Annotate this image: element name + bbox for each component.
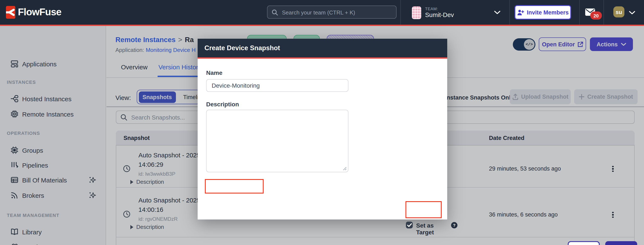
annotation-box-set-as-target [205, 179, 264, 194]
cancel-button[interactable]: Cancel [568, 241, 600, 245]
screen: FlowFuse TEAM: Sumit-Dev Invite Members … [0, 0, 644, 245]
app-header: FlowFuse TEAM: Sumit-Dev Invite Members … [0, 0, 644, 25]
user-avatar[interactable]: su [613, 6, 624, 17]
set-as-target-label[interactable]: Set as Target [416, 222, 447, 236]
header-accent-line [0, 25, 644, 26]
resize-grip-icon[interactable] [342, 166, 347, 171]
chevron-down-icon[interactable] [494, 11, 500, 14]
check-icon [407, 223, 412, 227]
flowfuse-logo-icon[interactable] [6, 6, 15, 19]
header-divider [510, 0, 510, 25]
modal-title: Create Device Snapshot [204, 44, 280, 52]
team-name[interactable]: Sumit-Dev [425, 11, 454, 18]
team-search-input[interactable] [281, 6, 394, 18]
logo-text: FlowFuse [18, 6, 61, 18]
help-icon[interactable]: ? [451, 222, 458, 229]
team-search[interactable] [267, 5, 396, 19]
header-divider [579, 0, 580, 25]
create-button[interactable]: Create [605, 241, 637, 245]
team-label: TEAM: [425, 6, 438, 11]
name-field[interactable] [206, 79, 348, 92]
description-label: Description [206, 101, 239, 108]
invite-members-button[interactable]: Invite Members [514, 5, 571, 19]
annotation-box-create-button [406, 201, 442, 218]
modal-accent-line [198, 57, 447, 58]
add-user-icon [517, 9, 524, 15]
name-label: Name [206, 69, 222, 76]
chevron-down-icon[interactable] [629, 11, 635, 14]
modal-header: Create Device Snapshot [198, 39, 447, 57]
search-icon [272, 9, 278, 16]
invite-members-label: Invite Members [527, 9, 569, 15]
notification-count-badge[interactable]: 20 [590, 11, 602, 19]
team-avatar[interactable] [412, 6, 421, 19]
header-divider [604, 0, 604, 25]
description-field[interactable] [206, 110, 348, 172]
header-divider [400, 0, 401, 25]
set-as-target-checkbox[interactable] [406, 222, 413, 229]
